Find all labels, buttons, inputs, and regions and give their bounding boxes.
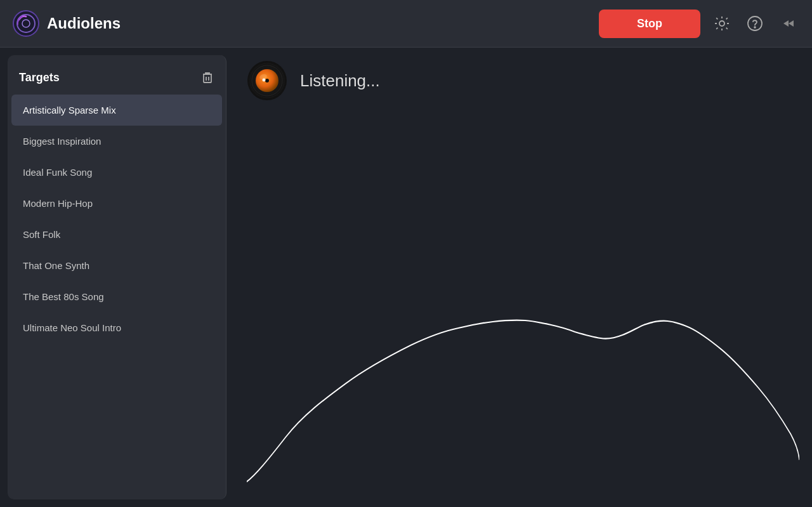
settings-button[interactable]	[710, 12, 733, 35]
target-item-ideal-funk-song[interactable]: Ideal Funk Song	[11, 157, 222, 188]
target-item-modern-hip-hop[interactable]: Modern Hip-Hop	[11, 188, 222, 219]
stop-button[interactable]: Stop	[599, 10, 700, 38]
target-item-biggest-inspiration[interactable]: Biggest Inspiration	[11, 126, 222, 157]
sidebar: Targets Artistically Sparse Mix Biggest …	[8, 55, 226, 499]
back-button[interactable]	[776, 12, 799, 35]
trash-icon	[200, 70, 214, 84]
waveform-area	[247, 114, 799, 494]
vinyl-icon	[247, 60, 287, 101]
help-icon	[747, 15, 763, 32]
logo-area: Audiolens	[13, 10, 599, 37]
svg-point-5	[754, 27, 756, 28]
target-item-ultimate-neo-soul-intro[interactable]: Ultimate Neo Soul Intro	[11, 312, 222, 343]
waveform-chart	[247, 114, 799, 494]
target-item-best-80s-song[interactable]: The Best 80s Song	[11, 281, 222, 312]
settings-icon	[714, 15, 730, 32]
listening-status-text: Listening...	[300, 71, 380, 91]
target-item-artistically-sparse-mix[interactable]: Artistically Sparse Mix	[11, 95, 222, 126]
header-controls: Stop	[599, 10, 799, 38]
svg-point-15	[263, 79, 266, 82]
main-layout: Targets Artistically Sparse Mix Biggest …	[0, 48, 812, 507]
app-title: Audiolens	[47, 15, 121, 32]
targets-label: Targets	[19, 71, 60, 84]
target-item-soft-folk[interactable]: Soft Folk	[11, 219, 222, 250]
app-header: Audiolens Stop	[0, 0, 812, 48]
sidebar-header: Targets	[8, 65, 226, 95]
delete-target-button[interactable]	[200, 70, 214, 84]
content-area: Listening...	[234, 48, 812, 507]
svg-rect-6	[204, 74, 211, 82]
listening-header: Listening...	[247, 60, 799, 101]
skip-icon	[780, 15, 796, 32]
svg-point-13	[265, 79, 269, 82]
svg-point-4	[748, 16, 762, 30]
target-list: Artistically Sparse Mix Biggest Inspirat…	[8, 95, 226, 343]
target-item-that-one-synth[interactable]: That One Synth	[11, 250, 222, 281]
svg-point-3	[719, 21, 724, 26]
help-button[interactable]	[743, 12, 766, 35]
app-logo-icon	[13, 10, 39, 37]
